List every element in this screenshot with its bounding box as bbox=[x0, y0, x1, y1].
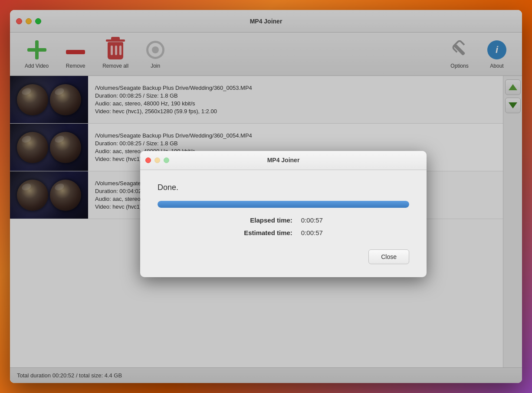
modal-controls bbox=[145, 157, 169, 163]
modal-minimize-control[interactable] bbox=[154, 157, 160, 163]
time-grid: Elapsed time: 0:00:57 Estimated time: 0:… bbox=[158, 216, 409, 236]
elapsed-label: Elapsed time: bbox=[244, 216, 292, 224]
estimated-value: 0:00:57 bbox=[301, 229, 323, 236]
modal-maximize-control[interactable] bbox=[164, 157, 169, 163]
modal-overlay: MP4 Joiner Done. Elapsed time: 0:00:57 E… bbox=[10, 10, 522, 383]
modal-content: Done. Elapsed time: 0:00:57 Estimated ti… bbox=[140, 170, 427, 277]
modal-title: MP4 Joiner bbox=[267, 157, 300, 164]
main-window: MP4 Joiner Add Video Remove bbox=[10, 10, 522, 383]
elapsed-value: 0:00:57 bbox=[301, 216, 323, 224]
modal-done-text: Done. bbox=[158, 183, 409, 192]
modal-window: MP4 Joiner Done. Elapsed time: 0:00:57 E… bbox=[140, 151, 427, 277]
progress-bar-fill bbox=[158, 201, 409, 208]
progress-bar-container bbox=[158, 201, 409, 208]
estimated-label: Estimated time: bbox=[244, 229, 292, 236]
modal-title-bar: MP4 Joiner bbox=[140, 151, 427, 170]
modal-close-control[interactable] bbox=[145, 157, 151, 163]
modal-close-button[interactable]: Close bbox=[368, 249, 409, 264]
